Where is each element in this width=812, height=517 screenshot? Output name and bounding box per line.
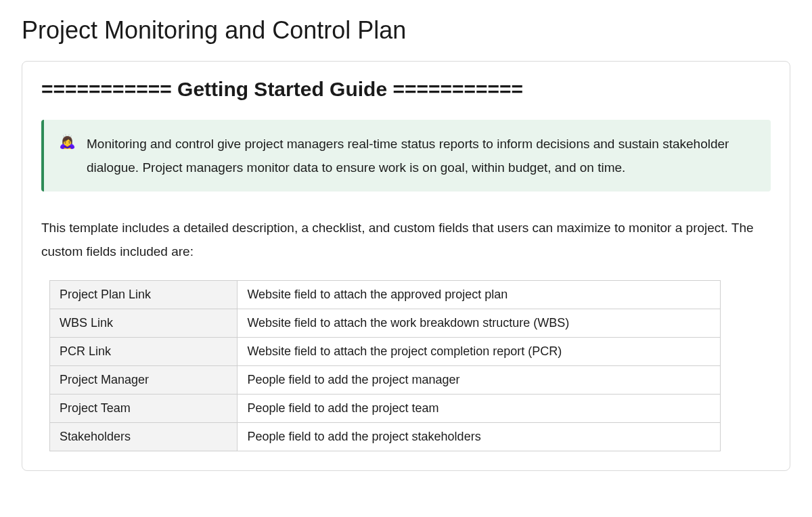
table-row: Project Plan Link Website field to attac…: [50, 280, 721, 309]
callout: 🙇‍♀️ Monitoring and control give project…: [41, 120, 771, 192]
guide-heading: =========== Getting Started Guide ======…: [41, 78, 771, 101]
field-description: Website field to attach the project comp…: [238, 337, 720, 365]
table-row: Project Manager People field to add the …: [50, 365, 721, 394]
callout-text: Monitoring and control give project mana…: [87, 132, 756, 179]
table-row: PCR Link Website field to attach the pro…: [50, 337, 721, 365]
field-label: Project Plan Link: [50, 280, 238, 309]
field-description: Website field to attach the work breakdo…: [238, 309, 720, 337]
field-label: Stakeholders: [50, 422, 238, 451]
content-card: =========== Getting Started Guide ======…: [22, 61, 790, 471]
callout-icon: 🙇‍♀️: [59, 132, 76, 151]
field-description: Website field to attach the approved pro…: [238, 280, 720, 309]
table-row: Project Team People field to add the pro…: [50, 394, 721, 422]
intro-text: This template includes a detailed descri…: [41, 216, 771, 263]
table-row: Stakeholders People field to add the pro…: [50, 422, 721, 451]
fields-table: Project Plan Link Website field to attac…: [49, 280, 721, 451]
table-row: WBS Link Website field to attach the wor…: [50, 309, 721, 337]
field-description: People field to add the project manager: [238, 365, 720, 394]
field-description: People field to add the project team: [238, 394, 720, 422]
field-label: Project Team: [50, 394, 238, 422]
field-label: WBS Link: [50, 309, 238, 337]
field-label: PCR Link: [50, 337, 238, 365]
field-label: Project Manager: [50, 365, 238, 394]
page-title: Project Monitoring and Control Plan: [22, 16, 790, 45]
field-description: People field to add the project stakehol…: [238, 422, 720, 451]
